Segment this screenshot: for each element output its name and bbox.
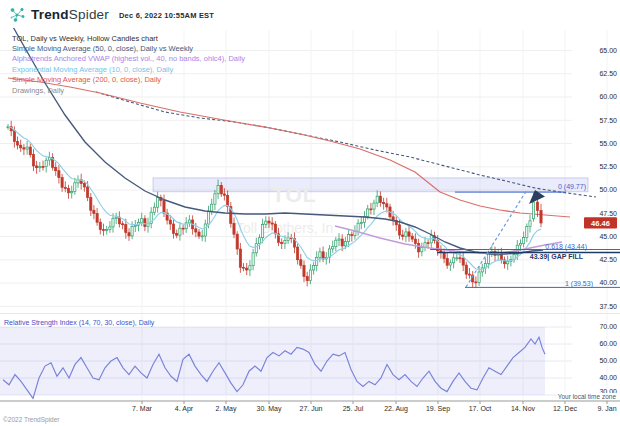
svg-text:50.00: 50.00 xyxy=(599,357,617,364)
svg-text:60.00: 60.00 xyxy=(599,340,617,347)
svg-text:14. Nov: 14. Nov xyxy=(511,405,536,412)
svg-text:1 (39.53): 1 (39.53) xyxy=(565,280,593,288)
svg-text:62.50: 62.50 xyxy=(599,70,617,77)
rsi-panel[interactable] xyxy=(0,327,545,398)
brand-trend: Trend xyxy=(31,7,69,22)
svg-text:22. Aug: 22. Aug xyxy=(384,405,408,413)
svg-text:57.50: 57.50 xyxy=(599,117,617,124)
svg-text:Toll Brothers, In: Toll Brothers, In xyxy=(236,220,333,236)
svg-text:47.50: 47.50 xyxy=(599,210,617,217)
legend-indicator-3[interactable]: Simple Moving Average (200, 0, close), D… xyxy=(12,75,245,85)
svg-text:17. Oct: 17. Oct xyxy=(469,405,492,412)
svg-text:46.46: 46.46 xyxy=(591,219,610,228)
svg-text:7. Mar: 7. Mar xyxy=(132,405,153,412)
legend-indicator-1[interactable]: Alphatrends Anchored VWAP (highest vol.,… xyxy=(12,54,245,64)
svg-text:37.50: 37.50 xyxy=(599,303,617,310)
svg-text:2. May: 2. May xyxy=(215,405,237,413)
brand-spider: Spider xyxy=(69,7,109,22)
svg-text:0.618 (43.44): 0.618 (43.44) xyxy=(545,243,587,251)
svg-text:12. Dec: 12. Dec xyxy=(553,405,578,412)
svg-text:52.50: 52.50 xyxy=(599,163,617,170)
svg-text:50.00: 50.00 xyxy=(599,186,617,193)
svg-text:TOL: TOL xyxy=(272,183,317,206)
svg-text:40.00: 40.00 xyxy=(599,374,617,381)
indicator-legend: TOL, Daily vs Weekly, Hollow Candles cha… xyxy=(12,34,245,96)
legend-indicator-0[interactable]: Simple Moving Average (50, 0, close), Da… xyxy=(12,44,245,54)
svg-text:9. Jan: 9. Jan xyxy=(597,405,616,412)
svg-text:4. Apr: 4. Apr xyxy=(175,405,194,413)
svg-text:43.39| GAP FILL: 43.39| GAP FILL xyxy=(530,253,584,261)
brand-wordmark: TrendSpider xyxy=(31,7,109,22)
svg-text:19. Sep: 19. Sep xyxy=(426,405,450,413)
trendspider-logo-icon xyxy=(9,6,26,23)
svg-text:40.00: 40.00 xyxy=(599,279,617,286)
chart-timestamp: Dec 6, 2022 10:55AM EST xyxy=(119,11,214,20)
timezone-label[interactable]: Your local time zone xyxy=(557,393,617,400)
svg-text:55.00: 55.00 xyxy=(599,140,617,147)
svg-text:0 (49.77): 0 (49.77) xyxy=(558,183,586,191)
svg-text:45.00: 45.00 xyxy=(599,233,617,240)
svg-text:60.00: 60.00 xyxy=(599,93,617,100)
legend-chart-title[interactable]: TOL, Daily vs Weekly, Hollow Candles cha… xyxy=(12,34,245,44)
svg-text:70.00: 70.00 xyxy=(599,323,617,330)
rsi-legend-label[interactable]: Relative Strength Index (14, 70, 30, clo… xyxy=(4,319,154,326)
legend-indicator-4[interactable]: Drawings, Daily xyxy=(12,86,245,96)
trendspider-app: TOLToll Brothers, In0 (49.77)0.618 (43.4… xyxy=(0,0,620,426)
header: TrendSpider Dec 6, 2022 10:55AM EST xyxy=(0,0,620,28)
svg-text:25. Jul: 25. Jul xyxy=(343,405,364,412)
current-price-badge: 46.46 xyxy=(584,217,617,228)
svg-text:65.00: 65.00 xyxy=(599,47,617,54)
svg-text:30. May: 30. May xyxy=(257,405,282,413)
svg-text:42.50: 42.50 xyxy=(599,256,617,263)
legend-indicator-2[interactable]: Exponential Moving Average (10, 0, close… xyxy=(12,65,245,75)
svg-text:27. Jun: 27. Jun xyxy=(300,405,323,412)
time-axis: 7. Mar4. Apr2. May30. May27. Jun25. Jul2… xyxy=(0,401,620,413)
copyright-label: ©2022 TrendSpider xyxy=(3,416,59,423)
